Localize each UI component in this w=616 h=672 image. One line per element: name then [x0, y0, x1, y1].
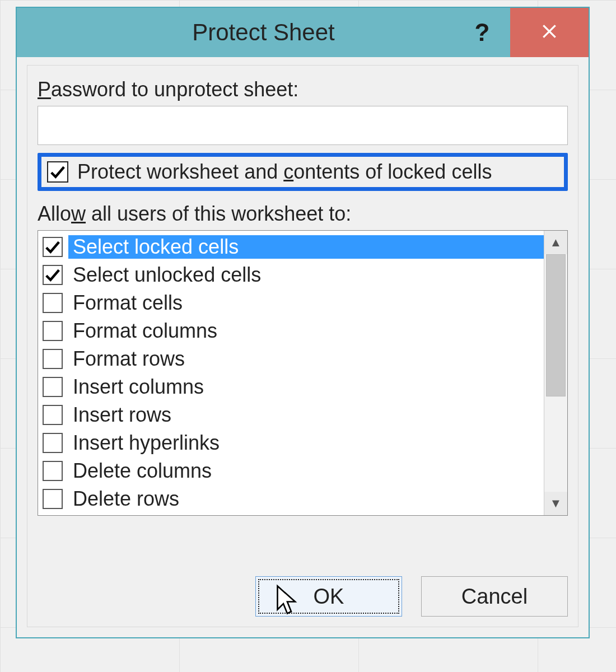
- dialog-body: Password to unprotect sheet: Protect wor…: [27, 65, 578, 627]
- permissions-listbox: Select locked cellsSelect unlocked cells…: [38, 230, 568, 516]
- permission-checkbox[interactable]: [43, 433, 63, 453]
- scroll-up-button[interactable]: ▲: [544, 231, 567, 254]
- list-item[interactable]: Format cells: [41, 289, 544, 317]
- password-input[interactable]: [38, 106, 568, 145]
- list-item[interactable]: Insert rows: [41, 401, 544, 429]
- permission-label: Insert hyperlinks: [68, 431, 544, 455]
- scroll-track[interactable]: [544, 254, 567, 492]
- allow-users-label: Allow all users of this worksheet to:: [38, 202, 568, 226]
- list-item[interactable]: Format rows: [41, 345, 544, 373]
- cancel-button[interactable]: Cancel: [421, 576, 568, 617]
- ok-button[interactable]: OK: [255, 576, 402, 617]
- dialog-button-row: OK Cancel: [255, 576, 568, 617]
- list-item[interactable]: Select unlocked cells: [41, 261, 544, 289]
- permission-checkbox[interactable]: [43, 293, 63, 313]
- permission-label: Select locked cells: [68, 235, 544, 259]
- protect-contents-checkbox[interactable]: [47, 161, 68, 183]
- scroll-thumb[interactable]: [546, 254, 566, 396]
- permission-label: Select unlocked cells: [68, 263, 544, 287]
- list-item[interactable]: Insert hyperlinks: [41, 429, 544, 457]
- permission-checkbox[interactable]: [43, 489, 63, 509]
- protect-contents-row[interactable]: Protect worksheet and contents of locked…: [38, 153, 568, 191]
- help-icon: ?: [475, 18, 490, 46]
- permission-checkbox[interactable]: [43, 237, 63, 257]
- ok-button-label: OK: [314, 585, 344, 609]
- permission-label: Delete columns: [68, 459, 544, 483]
- cancel-button-label: Cancel: [461, 585, 528, 609]
- list-item[interactable]: Format columns: [41, 317, 544, 345]
- list-item[interactable]: Delete rows: [41, 485, 544, 513]
- password-label: Password to unprotect sheet:: [38, 78, 568, 101]
- scroll-down-button[interactable]: ▼: [544, 492, 567, 515]
- permission-checkbox[interactable]: [43, 377, 63, 397]
- permission-label: Format cells: [68, 291, 544, 315]
- chevron-up-icon: ▲: [550, 235, 562, 250]
- permission-checkbox[interactable]: [43, 461, 63, 481]
- protect-sheet-dialog: Protect Sheet ? Password to unprotect sh…: [16, 7, 590, 638]
- permission-label: Insert columns: [68, 375, 544, 399]
- permission-checkbox[interactable]: [43, 265, 63, 285]
- close-button[interactable]: [510, 8, 589, 57]
- permission-label: Delete rows: [68, 487, 544, 511]
- permission-label: Insert rows: [68, 403, 544, 427]
- permission-label: Format columns: [68, 319, 544, 343]
- titlebar: Protect Sheet ?: [17, 8, 589, 57]
- protect-contents-label: Protect worksheet and contents of locked…: [77, 160, 492, 184]
- permission-checkbox[interactable]: [43, 349, 63, 369]
- list-item[interactable]: Select locked cells: [41, 233, 544, 261]
- permission-checkbox[interactable]: [43, 321, 63, 341]
- permission-label: Format rows: [68, 347, 544, 371]
- scrollbar[interactable]: ▲ ▼: [544, 231, 567, 515]
- chevron-down-icon: ▼: [550, 496, 562, 511]
- close-icon: [540, 22, 558, 43]
- permissions-list: Select locked cellsSelect unlocked cells…: [38, 231, 544, 515]
- help-button[interactable]: ?: [454, 8, 510, 57]
- dialog-title: Protect Sheet: [17, 19, 454, 46]
- list-item[interactable]: Delete columns: [41, 457, 544, 485]
- permission-checkbox[interactable]: [43, 405, 63, 425]
- list-item[interactable]: Insert columns: [41, 373, 544, 401]
